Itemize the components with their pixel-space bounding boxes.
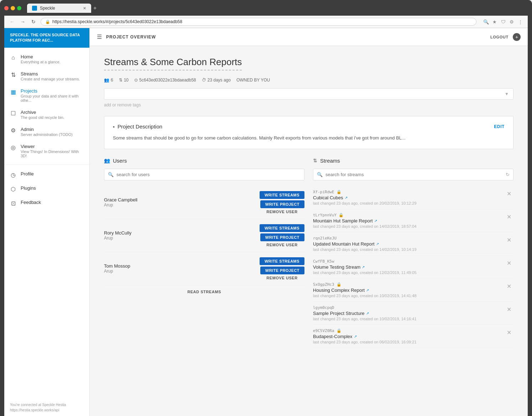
sidebar-item-admin[interactable]: ⚙ Admin Server administration (TODO) <box>4 123 89 140</box>
streams-column: ⇅ Streams 🔍 ↻ Xf-piRdwE <box>313 158 513 348</box>
sidebar-item-profile[interactable]: ◷ Profile <box>4 168 89 182</box>
reload-button[interactable]: ↻ <box>30 19 37 25</box>
streams-icon: ⇅ <box>10 72 16 78</box>
streams-sub: Create and manage your streams. <box>21 77 80 81</box>
add-button[interactable]: + <box>513 33 521 41</box>
write-project-tom-button[interactable]: WRITE PROJECT <box>260 267 304 274</box>
stream-remove-3[interactable]: ✕ <box>505 259 513 267</box>
id-icon: ⊙ <box>134 78 138 83</box>
created-item: ⏱ 23 days ago <box>202 78 231 83</box>
search-icon[interactable]: 🔍 <box>483 19 489 25</box>
new-tab-button[interactable]: + <box>93 5 97 11</box>
maximize-dot[interactable] <box>17 6 21 10</box>
sidebar-item-plugins[interactable]: ⬡ Plugins <box>4 182 89 196</box>
user-actions-grace: WRITE STREAMS WRITE PROJECT REMOVE USER <box>260 191 304 214</box>
lock-icon-4: 🔒 <box>337 282 341 287</box>
browser-tab[interactable]: Speckle ✕ <box>27 4 91 13</box>
write-streams-grace-button[interactable]: WRITE STREAMS <box>260 191 304 199</box>
remove-user-grace-button[interactable]: REMOVE USER <box>260 210 304 214</box>
plugins-label: Plugins <box>21 185 36 191</box>
tags-chevron-icon: ▼ <box>505 91 509 96</box>
edit-button[interactable]: EDIT <box>494 124 505 129</box>
project-id: 5c643ed03022e13bdaeadb58 <box>139 78 196 83</box>
hamburger-button[interactable]: ☰ <box>97 33 102 40</box>
footer-line1: You're connected at Speckle Hestia <box>10 402 84 407</box>
lock-icon-1: 🔒 <box>339 213 344 217</box>
stream-meta-2: last changed 23 days ago, created on 14/… <box>313 247 417 252</box>
sidebar-item-streams[interactable]: ⇅ Streams Create and manage your streams… <box>4 68 89 85</box>
sidebar-item-archive[interactable]: ☐ Archive The good old recycle bin. <box>4 106 89 123</box>
sidebar-item-feedback[interactable]: ⊡ Feedback <box>4 196 89 210</box>
stream-entry-1: tLrYpnnVuY 🔒 Mountain Hut Sample Report … <box>313 209 513 232</box>
browser-dots <box>4 6 21 10</box>
remove-user-tom-button[interactable]: REMOVE USER <box>260 276 304 280</box>
write-streams-tom-button[interactable]: WRITE STREAMS <box>260 257 304 265</box>
home-sub: Everything at a glance. <box>21 60 61 64</box>
stream-meta-4: last changed 23 days ago, created on 10/… <box>313 294 417 298</box>
streams-refresh-icon[interactable]: ↻ <box>506 172 510 177</box>
menu-icon[interactable]: ⋮ <box>517 19 523 25</box>
back-button[interactable]: ← <box>9 19 16 25</box>
description-title: Project Description <box>118 123 162 130</box>
shield-icon[interactable]: 🛡 <box>500 19 506 25</box>
page-title: PROJECT OVERVIEW <box>106 35 156 40</box>
user-org-tom: Arup <box>104 269 130 274</box>
admin-sub: Server administration (TODO) <box>21 132 73 137</box>
close-dot[interactable] <box>4 6 9 10</box>
streams-col-title: Streams <box>320 158 340 164</box>
tags-row[interactable]: ▼ <box>104 88 513 100</box>
sidebar-item-viewer[interactable]: ◎ Viewer View Things! In Dimensions! Wit… <box>4 140 89 162</box>
sidebar-item-projects[interactable]: ▦ Projects Group your data and share it … <box>4 85 89 106</box>
stream-entry-4: SxOgpZHc3 🔒 Housing Complex Report ↗ las… <box>313 279 513 302</box>
users-search-input[interactable] <box>116 172 301 177</box>
admin-icon: ⚙ <box>10 127 16 134</box>
forward-button[interactable]: → <box>19 19 26 25</box>
stream-id-3: CwfFB_K5w <box>313 259 334 264</box>
topbar: ☰ PROJECT OVERVIEW LOGOUT + <box>90 28 528 46</box>
tab-close-button[interactable]: ✕ <box>83 6 86 11</box>
user-org-grace: Arup <box>104 202 137 207</box>
description-text: Some streams that should be good to go f… <box>113 135 505 142</box>
stream-remove-4[interactable]: ✕ <box>505 282 513 290</box>
archive-sub: The good old recycle bin. <box>21 115 64 120</box>
stream-remove-2[interactable]: ✕ <box>505 236 513 244</box>
stream-entry-2: rqn2leKeJU Updated Mountain Hut Report ↗… <box>313 232 513 256</box>
extension-icon[interactable]: ⚙ <box>508 19 515 25</box>
write-streams-rory-button[interactable]: WRITE STREAMS <box>260 224 304 232</box>
ext-link-icon-6[interactable]: ↗ <box>354 335 357 338</box>
stream-name-0: Cubical Cubes <box>313 195 343 200</box>
ext-link-icon-3[interactable]: ↗ <box>362 265 365 269</box>
sidebar: SPECKLE. THE OPEN SOURCE DATA PLATFORM F… <box>4 28 90 416</box>
streams-label: Streams <box>21 71 80 77</box>
ext-link-icon-5[interactable]: ↗ <box>366 311 369 315</box>
sidebar-divider <box>4 164 89 165</box>
minimize-dot[interactable] <box>11 6 15 10</box>
bookmark-icon[interactable]: ★ <box>491 19 498 25</box>
streams-count: 10 <box>124 78 129 83</box>
streams-meta-icon: ⇅ <box>119 78 122 83</box>
home-label: Home <box>21 54 61 59</box>
stream-remove-1[interactable]: ✕ <box>505 213 513 221</box>
sidebar-footer: You're connected at Speckle Hestia https… <box>4 399 89 416</box>
projects-icon: ▦ <box>10 89 16 95</box>
ext-link-icon-4[interactable]: ↗ <box>366 288 369 292</box>
ext-link-icon-0[interactable]: ↗ <box>345 196 348 200</box>
url-field[interactable]: 🔒 https://hestia.speckle.works/#/project… <box>41 18 476 26</box>
app-window: SPECKLE. THE OPEN SOURCE DATA PLATFORM F… <box>4 28 528 416</box>
stream-remove-6[interactable]: ✕ <box>505 328 513 337</box>
sidebar-item-home[interactable]: ⌂ Home Everything at a glance. <box>4 51 89 68</box>
user-entry-tom: Tom Mossop Arup WRITE STREAMS WRITE PROJ… <box>104 252 304 285</box>
write-project-grace-button[interactable]: WRITE PROJECT <box>260 200 304 208</box>
stream-entry-0: Xf-piRdwE 🔒 Cubical Cubes ↗ last changed… <box>313 186 513 209</box>
ext-link-icon-1[interactable]: ↗ <box>374 219 377 223</box>
streams-search-input[interactable] <box>325 172 503 177</box>
logout-button[interactable]: LOGOUT <box>490 35 508 39</box>
stream-remove-0[interactable]: ✕ <box>505 190 513 198</box>
ext-link-icon-2[interactable]: ↗ <box>376 242 379 246</box>
write-project-rory-button[interactable]: WRITE PROJECT <box>260 233 304 241</box>
user-name-rory: Rory McCully <box>104 230 131 236</box>
description-section: ▪ Project Description EDIT Some streams … <box>104 116 513 149</box>
remove-user-rory-button[interactable]: REMOVE USER <box>260 243 304 247</box>
streams-col-icon: ⇅ <box>313 158 317 163</box>
stream-remove-5[interactable]: ✕ <box>505 305 513 314</box>
